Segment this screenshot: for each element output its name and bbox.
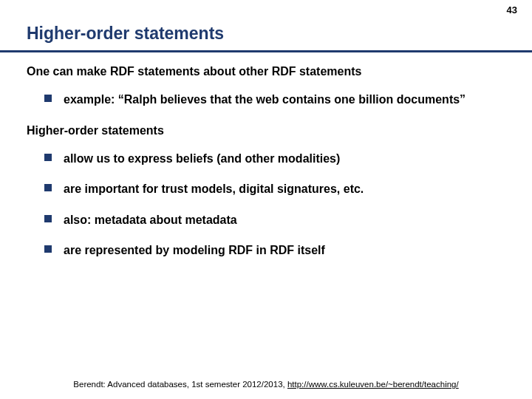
slide-title: Higher-order statements xyxy=(27,24,224,44)
section1-heading: One can make RDF statements about other … xyxy=(27,65,505,78)
footer-link[interactable]: http://www.cs.kuleuven.be/~berendt/teach… xyxy=(287,380,459,389)
section2-list: allow us to express beliefs (and other m… xyxy=(44,151,505,259)
list-item: are important for trust models, digital … xyxy=(44,181,505,197)
list-item: allow us to express beliefs (and other m… xyxy=(44,151,505,167)
slide-body: One can make RDF statements about other … xyxy=(27,65,505,273)
list-item: example: “Ralph believes that the web co… xyxy=(44,92,505,108)
list-item: are represented by modeling RDF in RDF i… xyxy=(44,242,505,259)
title-divider xyxy=(0,50,532,52)
section1-list: example: “Ralph believes that the web co… xyxy=(44,92,505,108)
section2-heading: Higher-order statements xyxy=(27,124,505,137)
footer: Berendt: Advanced databases, 1st semeste… xyxy=(0,380,532,389)
footer-text: Berendt: Advanced databases, 1st semeste… xyxy=(73,380,287,389)
page-number: 43 xyxy=(507,4,517,16)
list-item: also: metadata about metadata xyxy=(44,212,505,228)
